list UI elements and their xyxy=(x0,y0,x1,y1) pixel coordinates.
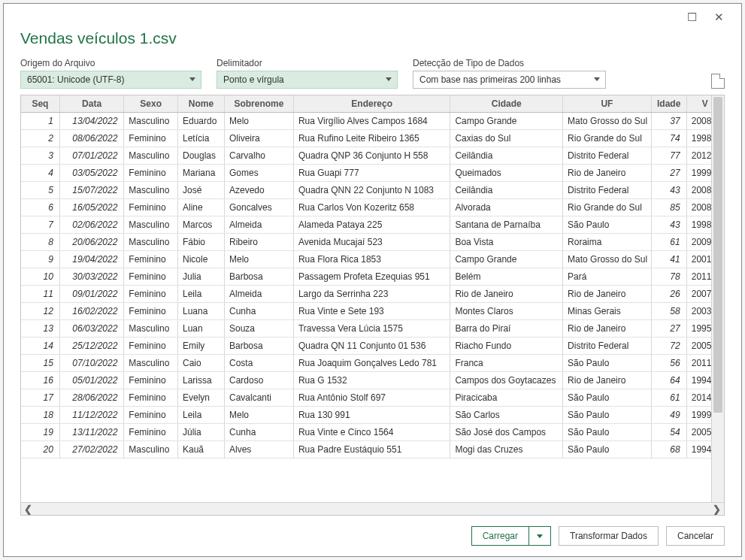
cell-idade: 68 xyxy=(651,440,686,458)
cell-sobrenome: Cavalcanti xyxy=(224,389,293,406)
cell-endereco: Rua Joaquim Gonçalves Ledo 781 xyxy=(293,354,450,371)
cell-endereco: Rua Antônio Stolf 697 xyxy=(293,389,450,406)
cell-seq: 11 xyxy=(21,285,59,302)
table-row[interactable]: 1216/02/2022FemininoLuanaCunhaRua Vinte … xyxy=(21,302,724,319)
cell-seq: 20 xyxy=(21,440,59,458)
title-bar: ☐ ✕ xyxy=(20,11,725,23)
table-row[interactable]: 820/06/2022MasculinoFábioRibeiroAvenida … xyxy=(21,233,724,250)
vertical-scrollbar[interactable] xyxy=(711,95,724,502)
cell-data: 30/03/2022 xyxy=(59,268,124,285)
cancel-button[interactable]: Cancelar xyxy=(666,526,725,546)
load-dropdown-button[interactable] xyxy=(529,526,551,546)
horizontal-scrollbar[interactable]: ❮ ❯ xyxy=(21,502,724,515)
cell-sexo: Feminino xyxy=(124,371,178,389)
cell-nome: Aline xyxy=(177,198,224,216)
cell-sexo: Feminino xyxy=(124,337,178,354)
cell-sobrenome: Cardoso xyxy=(224,371,293,389)
origin-value: 65001: Unicode (UTF-8) xyxy=(27,74,124,85)
table-row[interactable]: 208/06/2022FemininoLetíciaOliveiraRua Ru… xyxy=(21,129,724,147)
cell-nome: Larissa xyxy=(177,371,224,389)
table-row[interactable]: 2027/02/2022MasculinoKauãAlvesRua Padre … xyxy=(21,440,724,458)
cell-uf: Rio de Janeiro xyxy=(563,319,652,337)
cell-sobrenome: Souza xyxy=(224,319,293,337)
maximize-button[interactable]: ☐ xyxy=(686,11,698,23)
cell-nome: Caio xyxy=(177,354,224,371)
cell-uf: Mato Grosso do Sul xyxy=(563,250,652,268)
detection-label: Detecção de Tipo de Dados xyxy=(413,58,606,68)
cell-seq: 6 xyxy=(21,198,59,216)
col-seq[interactable]: Seq xyxy=(21,95,59,112)
col-endereco[interactable]: Endereço xyxy=(293,95,450,112)
settings-page-icon[interactable] xyxy=(711,74,725,89)
cell-uf: São Paulo xyxy=(563,423,652,440)
cell-sexo: Feminino xyxy=(124,129,178,147)
scroll-left-icon[interactable]: ❮ xyxy=(24,504,32,515)
cell-idade: 85 xyxy=(651,198,686,216)
cell-data: 07/01/2022 xyxy=(59,147,124,164)
cell-sexo: Masculino xyxy=(124,354,178,371)
table-row[interactable]: 113/04/2022MasculinoEduardoMeloRua Virgí… xyxy=(21,112,724,129)
col-data[interactable]: Data xyxy=(59,95,124,112)
cell-seq: 17 xyxy=(21,389,59,406)
table-row[interactable]: 1913/11/2022FemininoJúliaCunhaRua Vinte … xyxy=(21,423,724,440)
cell-uf: Rio de Janeiro xyxy=(563,285,652,302)
transform-button[interactable]: Transformar Dados xyxy=(559,526,659,546)
cell-seq: 2 xyxy=(21,129,59,147)
table-row[interactable]: 616/05/2022FemininoAlineGoncalvesRua Car… xyxy=(21,198,724,216)
cell-idade: 54 xyxy=(651,423,686,440)
table-row[interactable]: 403/05/2022FemininoMarianaGomesRua Guapi… xyxy=(21,164,724,181)
col-sobrenome[interactable]: Sobrenome xyxy=(224,95,293,112)
cell-seq: 19 xyxy=(21,423,59,440)
table-row[interactable]: 919/04/2022FemininoNicoleMeloRua Flora R… xyxy=(21,250,724,268)
table-row[interactable]: 515/07/2022MasculinoJoséAzevedoQuadra QN… xyxy=(21,181,724,198)
table-row[interactable]: 1306/03/2022MasculinoLuanSouzaTravessa V… xyxy=(21,319,724,337)
cell-cidade: Barra do Piraí xyxy=(450,319,563,337)
load-button[interactable]: Carregar xyxy=(471,526,529,546)
cell-seq: 3 xyxy=(21,147,59,164)
cell-sobrenome: Barbosa xyxy=(224,268,293,285)
cell-data: 16/02/2022 xyxy=(59,302,124,319)
col-cidade[interactable]: Cidade xyxy=(450,95,563,112)
cell-sexo: Feminino xyxy=(124,164,178,181)
table-row[interactable]: 1425/12/2022FemininoEmilyBarbosaQuadra Q… xyxy=(21,337,724,354)
cell-sexo: Masculino xyxy=(124,319,178,337)
cell-cidade: Montes Claros xyxy=(450,302,563,319)
origin-dropdown[interactable]: 65001: Unicode (UTF-8) xyxy=(20,71,201,89)
cell-data: 02/06/2022 xyxy=(59,216,124,233)
cell-cidade: Riacho Fundo xyxy=(450,337,563,354)
cell-cidade: Caxias do Sul xyxy=(450,129,563,147)
table-row[interactable]: 1605/01/2022FemininoLarissaCardosoRua G … xyxy=(21,371,724,389)
scroll-right-icon[interactable]: ❯ xyxy=(713,504,721,515)
close-button[interactable]: ✕ xyxy=(713,11,725,23)
col-sexo[interactable]: Sexo xyxy=(124,95,178,112)
cell-endereco: Avenida Mucajaí 523 xyxy=(293,233,450,250)
cell-cidade: Queimados xyxy=(450,164,563,181)
table-row[interactable]: 1507/10/2022MasculinoCaioCostaRua Joaqui… xyxy=(21,354,724,371)
table-row[interactable]: 1030/03/2022FemininoJuliaBarbosaPassagem… xyxy=(21,268,724,285)
cell-seq: 18 xyxy=(21,406,59,423)
cell-sexo: Feminino xyxy=(124,389,178,406)
table-row[interactable]: 1811/12/2022FemininoLeilaMeloRua 130 991… xyxy=(21,406,724,423)
cell-uf: Rio de Janeiro xyxy=(563,164,652,181)
col-idade[interactable]: Idade xyxy=(651,95,686,112)
cell-sexo: Feminino xyxy=(124,423,178,440)
col-uf[interactable]: UF xyxy=(563,95,652,112)
table-row[interactable]: 1109/01/2022FemininoLeilaAlmeidaLargo da… xyxy=(21,285,724,302)
scrollbar-thumb[interactable] xyxy=(713,97,722,413)
cell-nome: Luana xyxy=(177,302,224,319)
cell-data: 08/06/2022 xyxy=(59,129,124,147)
delimiter-dropdown[interactable]: Ponto e vírgula xyxy=(217,71,398,89)
cell-idade: 58 xyxy=(651,302,686,319)
col-nome[interactable]: Nome xyxy=(177,95,224,112)
cell-sexo: Masculino xyxy=(124,440,178,458)
table-row[interactable]: 1728/06/2022FemininoEvelynCavalcantiRua … xyxy=(21,389,724,406)
cell-data: 09/01/2022 xyxy=(59,285,124,302)
table-row[interactable]: 307/01/2022MasculinoDouglasCarvalhoQuadr… xyxy=(21,147,724,164)
cell-sobrenome: Costa xyxy=(224,354,293,371)
detection-dropdown[interactable]: Com base nas primeiras 200 linhas xyxy=(413,71,606,89)
cell-nome: Julia xyxy=(177,268,224,285)
cell-nome: Nicole xyxy=(177,250,224,268)
table-row[interactable]: 702/06/2022MasculinoMarcosAlmeidaAlameda… xyxy=(21,216,724,233)
cell-cidade: Boa Vista xyxy=(450,233,563,250)
cell-cidade: Franca xyxy=(450,354,563,371)
